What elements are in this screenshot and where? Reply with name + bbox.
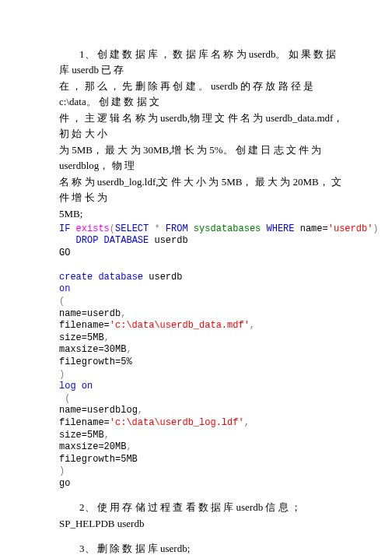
question-1-line5: 名 称 为 userdb_log.ldf,文 件 大 小 为 5MB， 最 大 … [59,174,348,205]
question-2-line1: 2、 使 用 存 储 过 程 查 看 数 据 库 userdb 信 息 ； [59,500,348,515]
sql-code-block-1: IF exists(SELECT * FROM sysdatabases WHE… [59,223,348,490]
question-1-line3: 件 ， 主 逻 辑 名 称 为 userdb,物 理 文 件 名 为 userd… [59,111,348,141]
question-1-line6: 5MB; [59,206,348,222]
question-1-line2: 在 ， 那 么 ， 先 删 除 再 创 建 。 userdb 的 存 放 路 径… [59,79,348,109]
question-1-line4: 为 5MB， 最 大 为 30MB,增 长 为 5%。 创 建 日 志 文 件 … [59,142,348,173]
document-page: 1、 创 建 数 据 库 ， 数 据 库 名 称 为 userdb。 如 果 数… [0,0,392,555]
question-3-line1: 3、 删 除 数 据 库 userdb; [59,541,348,555]
question-1-line1: 1、 创 建 数 据 库 ， 数 据 库 名 称 为 userdb。 如 果 数… [59,47,348,77]
question-2-line2: SP_HELPDB userdb [59,516,348,532]
